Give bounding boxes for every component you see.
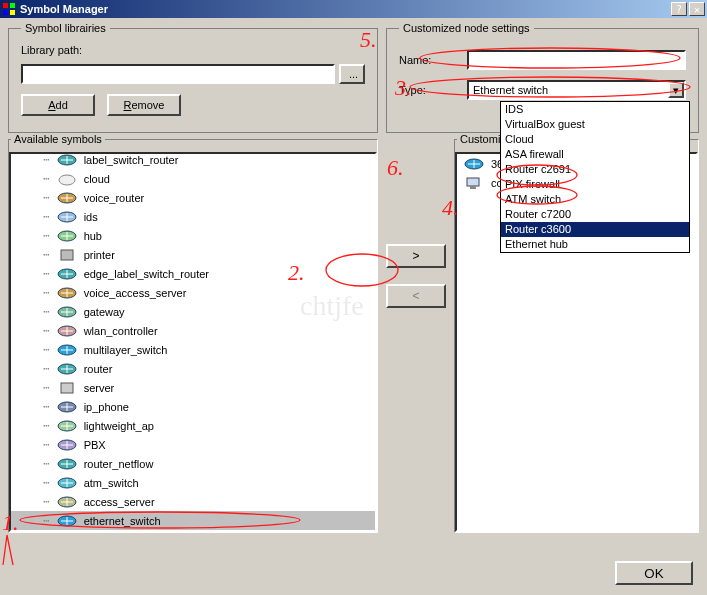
router-icon: [56, 361, 78, 377]
titlebar: Symbol Manager ? ✕: [0, 0, 707, 18]
pbx-icon: [56, 437, 78, 453]
app-icon: [2, 2, 16, 16]
list-item[interactable]: ⋯ethernet_switch: [11, 511, 375, 530]
svg-rect-3: [10, 10, 15, 15]
list-item[interactable]: ⋯ip_phone: [11, 397, 375, 416]
available-symbols-legend: Available symbols: [11, 133, 105, 145]
list-item-label: edge_label_switch_router: [84, 268, 209, 280]
list-item[interactable]: ⋯printer: [11, 245, 375, 264]
list-item-label: lightweight_ap: [84, 420, 154, 432]
svg-point-7: [59, 175, 75, 185]
list-item[interactable]: ⋯atm_switch: [11, 473, 375, 492]
list-item[interactable]: ⋯ids: [11, 207, 375, 226]
list-item[interactable]: ⋯hub: [11, 226, 375, 245]
svg-rect-62: [470, 186, 476, 189]
list-item[interactable]: ⋯router_netflow: [11, 454, 375, 473]
list-item-label: atm_switch: [84, 477, 139, 489]
dropdown-option[interactable]: VirtualBox guest: [501, 117, 689, 132]
list-item-label: multilayer_switch: [84, 344, 168, 356]
ok-button[interactable]: OK: [615, 561, 693, 585]
computer-icon: [463, 175, 485, 191]
router-icon: [56, 152, 78, 168]
type-combobox[interactable]: Ethernet switch ▾: [467, 80, 686, 100]
type-dropdown[interactable]: IDSVirtualBox guestCloudASA firewallRout…: [500, 101, 690, 253]
voice-icon: [56, 285, 78, 301]
browse-button[interactable]: ...: [339, 64, 365, 84]
library-path-input[interactable]: [21, 64, 335, 84]
symbol-libraries-legend: Symbol librairies: [21, 22, 110, 34]
dropdown-option[interactable]: Router c2691: [501, 162, 689, 177]
dropdown-option[interactable]: ASA firewall: [501, 147, 689, 162]
router-icon: [56, 456, 78, 472]
list-item-label: gateway: [84, 306, 125, 318]
library-path-label: Library path:: [21, 44, 365, 56]
list-item[interactable]: ⋯multilayer_switch: [11, 340, 375, 359]
list-item[interactable]: ⋯server: [11, 378, 375, 397]
svg-rect-17: [61, 250, 73, 260]
list-item[interactable]: ⋯cloud: [11, 169, 375, 188]
type-value: Ethernet switch: [473, 84, 548, 96]
add-button[interactable]: AAdddd: [21, 94, 95, 116]
list-item-label: printer: [84, 249, 115, 261]
list-item[interactable]: ⋯access_server: [11, 492, 375, 511]
remove-button[interactable]: Remove: [107, 94, 181, 116]
gateway-icon: [56, 304, 78, 320]
move-left-button[interactable]: <: [386, 284, 446, 308]
list-item-label: wlan_controller: [84, 325, 158, 337]
dropdown-option[interactable]: Cloud: [501, 132, 689, 147]
list-item-label: PBX: [84, 439, 106, 451]
dropdown-option[interactable]: Router c3600: [501, 222, 689, 237]
name-input[interactable]: [467, 50, 686, 70]
access-icon: [56, 494, 78, 510]
list-item[interactable]: ⋯router: [11, 359, 375, 378]
hub-icon: [56, 228, 78, 244]
svg-rect-1: [10, 3, 15, 8]
router-icon: [56, 266, 78, 282]
list-item-label: access_server: [84, 496, 155, 508]
list-item[interactable]: ⋯lightweight_ap: [11, 416, 375, 435]
name-label: Name:: [399, 54, 459, 66]
customized-settings-legend: Customized node settings: [399, 22, 534, 34]
list-item[interactable]: ⋯voice_access_server: [11, 283, 375, 302]
move-right-button[interactable]: >: [386, 244, 446, 268]
list-item[interactable]: ⋯wlan_controller: [11, 321, 375, 340]
voice-icon: [56, 190, 78, 206]
dropdown-option[interactable]: PIX firewall: [501, 177, 689, 192]
server-icon: [56, 380, 78, 396]
type-label: Type:: [399, 84, 459, 96]
switch-icon: [56, 342, 78, 358]
list-item-label: ethernet_switch: [84, 515, 161, 527]
cloud-icon: [56, 171, 78, 187]
available-symbols-list[interactable]: ⋯label_switch_router⋯cloud⋯voice_router⋯…: [9, 152, 377, 532]
list-item-label: router: [84, 363, 113, 375]
list-item-label: voice_router: [84, 192, 145, 204]
ap-icon: [56, 418, 78, 434]
window-title: Symbol Manager: [20, 3, 669, 15]
list-item[interactable]: ⋯label_switch_router: [11, 152, 375, 169]
svg-rect-0: [3, 3, 8, 8]
list-item[interactable]: ⋯edge_label_switch_router: [11, 264, 375, 283]
phone-icon: [56, 399, 78, 415]
list-item-label: cloud: [84, 173, 110, 185]
list-item-label: label_switch_router: [84, 154, 179, 166]
help-button[interactable]: ?: [671, 2, 687, 16]
symbol-libraries-group: Symbol librairies Library path: ... AAdd…: [8, 22, 378, 133]
dropdown-option[interactable]: Router c7200: [501, 207, 689, 222]
printer-icon: [56, 247, 78, 263]
switch-icon: [463, 156, 485, 172]
list-item[interactable]: ⋯PBX: [11, 435, 375, 454]
switch-icon: [56, 513, 78, 529]
list-item-label: voice_access_server: [84, 287, 187, 299]
list-item-label: server: [84, 382, 115, 394]
svg-rect-36: [61, 383, 73, 393]
dropdown-option[interactable]: ATM switch: [501, 192, 689, 207]
list-item[interactable]: ⋯voice_router: [11, 188, 375, 207]
chevron-down-icon[interactable]: ▾: [668, 82, 684, 98]
list-item-label: ip_phone: [84, 401, 129, 413]
atm-icon: [56, 475, 78, 491]
dropdown-option[interactable]: IDS: [501, 102, 689, 117]
list-item[interactable]: ⋯gateway: [11, 302, 375, 321]
list-item-label: ids: [84, 211, 98, 223]
close-button[interactable]: ✕: [689, 2, 705, 16]
dropdown-option[interactable]: Ethernet hub: [501, 237, 689, 252]
